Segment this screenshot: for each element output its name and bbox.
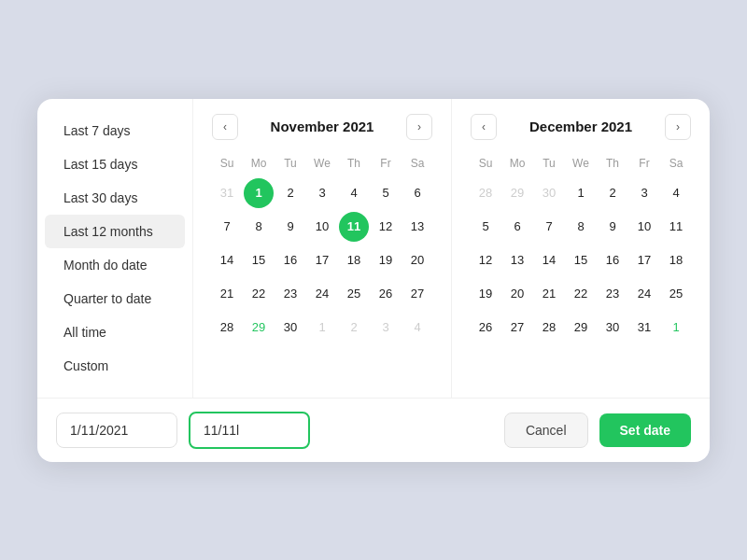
table-row[interactable]: 20 (402, 245, 432, 275)
november-header: ‹ November 2021 › (212, 114, 432, 140)
table-row[interactable]: 8 (244, 212, 274, 242)
table-row[interactable]: 4 (661, 178, 691, 208)
table-row[interactable]: 2 (275, 178, 305, 208)
table-row[interactable]: 7 (212, 212, 242, 242)
november-next-btn[interactable]: › (406, 114, 432, 140)
dow-th: Th (339, 153, 369, 175)
table-row[interactable]: 5 (371, 178, 401, 208)
footer: Cancel Set date (37, 398, 710, 462)
table-row[interactable]: 1 (244, 178, 274, 208)
table-row[interactable]: 9 (275, 212, 305, 242)
table-row[interactable]: 19 (371, 245, 401, 275)
table-row[interactable]: 30 (275, 313, 305, 343)
november-title: November 2021 (271, 119, 374, 134)
table-row[interactable]: 29 (502, 178, 532, 208)
end-date-input[interactable] (189, 412, 310, 449)
table-row[interactable]: 29 (566, 313, 596, 343)
december-next-btn[interactable]: › (665, 114, 691, 140)
table-row[interactable]: 1 (566, 178, 596, 208)
table-row[interactable]: 12 (471, 245, 500, 275)
table-row[interactable]: 3 (371, 313, 401, 343)
table-row[interactable]: 10 (629, 212, 659, 242)
sidebar-item-1[interactable]: Last 15 days (45, 147, 185, 181)
table-row[interactable]: 27 (402, 279, 432, 309)
table-row[interactable]: 5 (471, 212, 500, 242)
table-row[interactable]: 11 (339, 212, 369, 242)
table-row[interactable]: 17 (307, 245, 337, 275)
table-row[interactable]: 24 (629, 279, 659, 309)
table-row[interactable]: 2 (598, 178, 627, 208)
sidebar-item-6[interactable]: All time (45, 315, 185, 349)
dow-mo: Mo (502, 153, 532, 175)
table-row[interactable]: 18 (339, 245, 369, 275)
table-row[interactable]: 4 (339, 178, 369, 208)
table-row[interactable]: 28 (212, 313, 242, 343)
table-row[interactable]: 6 (402, 178, 432, 208)
table-row[interactable]: 22 (566, 279, 596, 309)
table-row[interactable]: 20 (502, 279, 532, 309)
table-row[interactable]: 3 (307, 178, 337, 208)
sidebar-item-3[interactable]: Last 12 months (45, 215, 185, 248)
table-row[interactable]: 26 (371, 279, 401, 309)
table-row[interactable]: 25 (339, 279, 369, 309)
table-row[interactable]: 15 (244, 245, 274, 275)
table-row[interactable]: 21 (534, 279, 564, 309)
table-row[interactable]: 29 (244, 313, 274, 343)
table-row[interactable]: 27 (502, 313, 532, 343)
table-row[interactable]: 31 (212, 178, 242, 208)
table-row[interactable]: 18 (661, 245, 691, 275)
november-prev-btn[interactable]: ‹ (212, 114, 238, 140)
table-row[interactable]: 11 (661, 212, 691, 242)
table-row[interactable]: 3 (629, 178, 659, 208)
set-date-button[interactable]: Set date (599, 413, 691, 447)
cancel-button[interactable]: Cancel (504, 413, 588, 448)
december-prev-btn[interactable]: ‹ (471, 114, 497, 140)
november-grid: Su Mo Tu We Th Fr Sa 3112345678910111213… (212, 153, 432, 343)
dow-we: We (307, 153, 337, 175)
table-row[interactable]: 8 (566, 212, 596, 242)
dow-su: Su (471, 153, 500, 175)
dow-sa: Sa (661, 153, 691, 175)
table-row[interactable]: 23 (275, 279, 305, 309)
start-date-input[interactable] (56, 413, 177, 448)
table-row[interactable]: 1 (661, 313, 691, 343)
table-row[interactable]: 30 (598, 313, 627, 343)
table-row[interactable]: 13 (402, 212, 432, 242)
table-row[interactable]: 31 (629, 313, 659, 343)
table-row[interactable]: 22 (244, 279, 274, 309)
table-row[interactable]: 23 (598, 279, 627, 309)
table-row[interactable]: 21 (212, 279, 242, 309)
sidebar-item-4[interactable]: Month do date (45, 248, 185, 282)
table-row[interactable]: 28 (534, 313, 564, 343)
table-row[interactable]: 24 (307, 279, 337, 309)
sidebar-item-0[interactable]: Last 7 days (45, 114, 185, 147)
table-row[interactable]: 19 (471, 279, 500, 309)
table-row[interactable]: 4 (402, 313, 432, 343)
table-row[interactable]: 10 (307, 212, 337, 242)
sidebar-item-7[interactable]: Custom (45, 349, 185, 383)
table-row[interactable]: 7 (534, 212, 564, 242)
table-row[interactable]: 17 (629, 245, 659, 275)
table-row[interactable]: 1 (307, 313, 337, 343)
table-row[interactable]: 28 (471, 178, 500, 208)
table-row[interactable]: 15 (566, 245, 596, 275)
table-row[interactable]: 30 (534, 178, 564, 208)
table-row[interactable]: 12 (371, 212, 401, 242)
table-row[interactable]: 26 (471, 313, 500, 343)
dow-th: Th (598, 153, 627, 175)
sidebar-item-2[interactable]: Last 30 days (45, 181, 185, 215)
table-row[interactable]: 13 (502, 245, 532, 275)
table-row[interactable]: 6 (502, 212, 532, 242)
table-row[interactable]: 14 (534, 245, 564, 275)
sidebar-item-5[interactable]: Quarter to date (45, 282, 185, 315)
dow-sa: Sa (402, 153, 432, 175)
table-row[interactable]: 16 (275, 245, 305, 275)
table-row[interactable]: 9 (598, 212, 627, 242)
table-row[interactable]: 16 (598, 245, 627, 275)
table-row[interactable]: 14 (212, 245, 242, 275)
table-row[interactable]: 2 (339, 313, 369, 343)
december-calendar: ‹ December 2021 › Su Mo Tu We Th Fr Sa 2… (452, 99, 710, 398)
dow-tu: Tu (534, 153, 564, 175)
dow-we: We (566, 153, 596, 175)
table-row[interactable]: 25 (661, 279, 691, 309)
